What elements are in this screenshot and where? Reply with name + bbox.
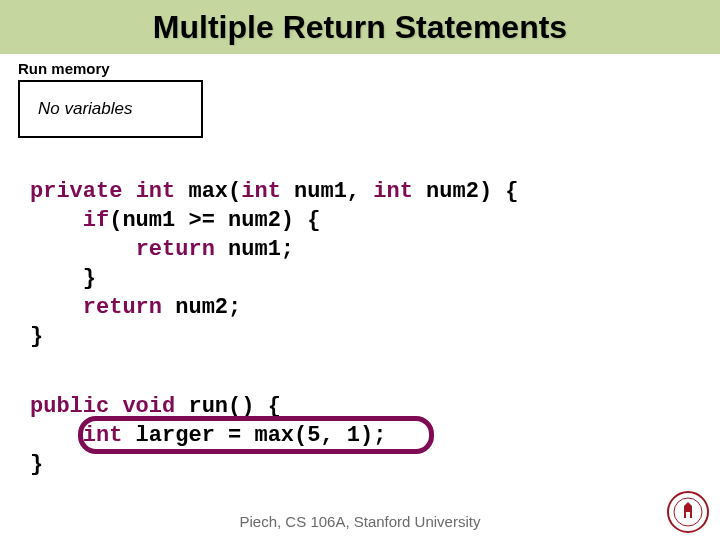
code-text: } [83, 266, 96, 291]
code-text: } [30, 324, 43, 349]
slide-title: Multiple Return Statements [153, 9, 567, 46]
kw-return: return [136, 237, 215, 262]
code-text: (num1 >= num2) { [109, 208, 320, 233]
memory-box: No variables [18, 80, 203, 138]
kw-int: int [136, 179, 176, 204]
code-text: num1; [215, 237, 294, 262]
run-memory-label: Run memory [18, 60, 110, 77]
footer-text: Piech, CS 106A, Stanford University [0, 513, 720, 530]
memory-content: No variables [38, 99, 133, 119]
kw-int: int [373, 179, 413, 204]
highlight-box [78, 416, 434, 454]
kw-if: if [83, 208, 109, 233]
svg-rect-2 [686, 512, 690, 518]
stanford-seal-icon [666, 490, 710, 534]
kw-return: return [83, 295, 162, 320]
kw-int: int [241, 179, 281, 204]
code-text: max( [175, 179, 241, 204]
title-bar: Multiple Return Statements [0, 0, 720, 54]
code-text: num2; [162, 295, 241, 320]
kw-private: private [30, 179, 122, 204]
code-text: num1, [281, 179, 373, 204]
code-max-method: private int max(int num1, int num2) { if… [30, 177, 519, 351]
code-text: } [30, 452, 43, 477]
code-text: num2) { [413, 179, 519, 204]
